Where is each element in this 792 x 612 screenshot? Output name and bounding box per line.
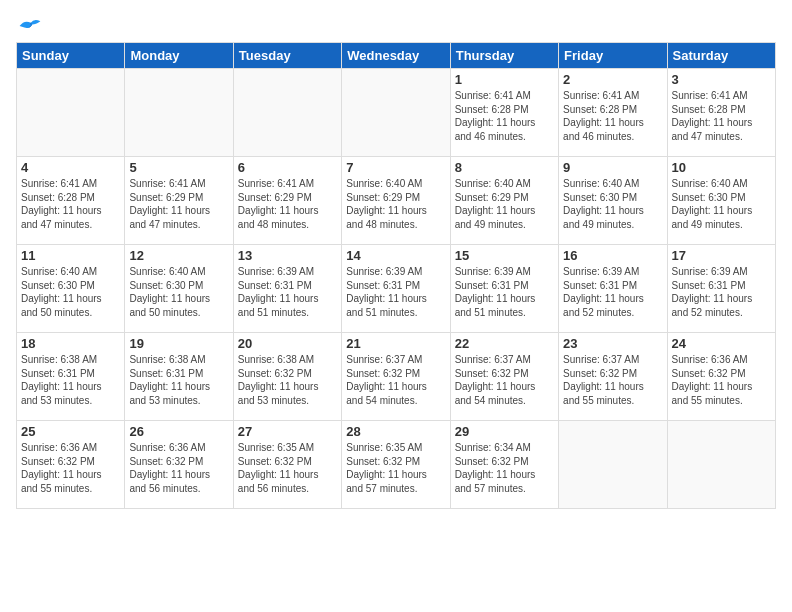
day-number: 3 xyxy=(672,72,771,87)
calendar-cell: 20Sunrise: 6:38 AMSunset: 6:32 PMDayligh… xyxy=(233,333,341,421)
col-header-friday: Friday xyxy=(559,43,667,69)
calendar-cell: 15Sunrise: 6:39 AMSunset: 6:31 PMDayligh… xyxy=(450,245,558,333)
header-row: SundayMondayTuesdayWednesdayThursdayFrid… xyxy=(17,43,776,69)
day-number: 14 xyxy=(346,248,445,263)
calendar-cell xyxy=(125,69,233,157)
cell-info: Sunrise: 6:35 AMSunset: 6:32 PMDaylight:… xyxy=(238,441,337,495)
week-row-2: 4Sunrise: 6:41 AMSunset: 6:28 PMDaylight… xyxy=(17,157,776,245)
calendar-cell: 11Sunrise: 6:40 AMSunset: 6:30 PMDayligh… xyxy=(17,245,125,333)
day-number: 12 xyxy=(129,248,228,263)
calendar-table: SundayMondayTuesdayWednesdayThursdayFrid… xyxy=(16,42,776,509)
week-row-4: 18Sunrise: 6:38 AMSunset: 6:31 PMDayligh… xyxy=(17,333,776,421)
header xyxy=(16,12,776,36)
logo-bird-icon xyxy=(18,16,42,36)
calendar-cell: 4Sunrise: 6:41 AMSunset: 6:28 PMDaylight… xyxy=(17,157,125,245)
col-header-thursday: Thursday xyxy=(450,43,558,69)
cell-info: Sunrise: 6:41 AMSunset: 6:28 PMDaylight:… xyxy=(21,177,120,231)
day-number: 17 xyxy=(672,248,771,263)
day-number: 18 xyxy=(21,336,120,351)
calendar-cell: 10Sunrise: 6:40 AMSunset: 6:30 PMDayligh… xyxy=(667,157,775,245)
day-number: 24 xyxy=(672,336,771,351)
calendar-cell: 12Sunrise: 6:40 AMSunset: 6:30 PMDayligh… xyxy=(125,245,233,333)
calendar-cell: 21Sunrise: 6:37 AMSunset: 6:32 PMDayligh… xyxy=(342,333,450,421)
calendar-cell: 27Sunrise: 6:35 AMSunset: 6:32 PMDayligh… xyxy=(233,421,341,509)
col-header-wednesday: Wednesday xyxy=(342,43,450,69)
cell-info: Sunrise: 6:36 AMSunset: 6:32 PMDaylight:… xyxy=(672,353,771,407)
day-number: 22 xyxy=(455,336,554,351)
calendar-cell: 6Sunrise: 6:41 AMSunset: 6:29 PMDaylight… xyxy=(233,157,341,245)
calendar-cell xyxy=(342,69,450,157)
cell-info: Sunrise: 6:40 AMSunset: 6:29 PMDaylight:… xyxy=(455,177,554,231)
cell-info: Sunrise: 6:39 AMSunset: 6:31 PMDaylight:… xyxy=(346,265,445,319)
cell-info: Sunrise: 6:39 AMSunset: 6:31 PMDaylight:… xyxy=(238,265,337,319)
cell-info: Sunrise: 6:36 AMSunset: 6:32 PMDaylight:… xyxy=(21,441,120,495)
calendar-cell xyxy=(667,421,775,509)
cell-info: Sunrise: 6:41 AMSunset: 6:29 PMDaylight:… xyxy=(129,177,228,231)
calendar-cell: 8Sunrise: 6:40 AMSunset: 6:29 PMDaylight… xyxy=(450,157,558,245)
week-row-5: 25Sunrise: 6:36 AMSunset: 6:32 PMDayligh… xyxy=(17,421,776,509)
cell-info: Sunrise: 6:39 AMSunset: 6:31 PMDaylight:… xyxy=(455,265,554,319)
week-row-1: 1Sunrise: 6:41 AMSunset: 6:28 PMDaylight… xyxy=(17,69,776,157)
cell-info: Sunrise: 6:36 AMSunset: 6:32 PMDaylight:… xyxy=(129,441,228,495)
calendar-cell: 5Sunrise: 6:41 AMSunset: 6:29 PMDaylight… xyxy=(125,157,233,245)
day-number: 2 xyxy=(563,72,662,87)
day-number: 1 xyxy=(455,72,554,87)
day-number: 26 xyxy=(129,424,228,439)
day-number: 9 xyxy=(563,160,662,175)
calendar-cell: 16Sunrise: 6:39 AMSunset: 6:31 PMDayligh… xyxy=(559,245,667,333)
cell-info: Sunrise: 6:39 AMSunset: 6:31 PMDaylight:… xyxy=(563,265,662,319)
day-number: 7 xyxy=(346,160,445,175)
col-header-tuesday: Tuesday xyxy=(233,43,341,69)
cell-info: Sunrise: 6:40 AMSunset: 6:30 PMDaylight:… xyxy=(21,265,120,319)
calendar-cell: 2Sunrise: 6:41 AMSunset: 6:28 PMDaylight… xyxy=(559,69,667,157)
day-number: 10 xyxy=(672,160,771,175)
calendar-cell: 19Sunrise: 6:38 AMSunset: 6:31 PMDayligh… xyxy=(125,333,233,421)
cell-info: Sunrise: 6:39 AMSunset: 6:31 PMDaylight:… xyxy=(672,265,771,319)
day-number: 23 xyxy=(563,336,662,351)
calendar-cell: 25Sunrise: 6:36 AMSunset: 6:32 PMDayligh… xyxy=(17,421,125,509)
day-number: 13 xyxy=(238,248,337,263)
day-number: 11 xyxy=(21,248,120,263)
calendar-cell: 9Sunrise: 6:40 AMSunset: 6:30 PMDaylight… xyxy=(559,157,667,245)
cell-info: Sunrise: 6:35 AMSunset: 6:32 PMDaylight:… xyxy=(346,441,445,495)
col-header-sunday: Sunday xyxy=(17,43,125,69)
calendar-cell xyxy=(17,69,125,157)
cell-info: Sunrise: 6:41 AMSunset: 6:28 PMDaylight:… xyxy=(455,89,554,143)
cell-info: Sunrise: 6:37 AMSunset: 6:32 PMDaylight:… xyxy=(346,353,445,407)
day-number: 5 xyxy=(129,160,228,175)
day-number: 4 xyxy=(21,160,120,175)
cell-info: Sunrise: 6:41 AMSunset: 6:29 PMDaylight:… xyxy=(238,177,337,231)
calendar-cell: 26Sunrise: 6:36 AMSunset: 6:32 PMDayligh… xyxy=(125,421,233,509)
logo xyxy=(16,16,42,36)
calendar-cell: 3Sunrise: 6:41 AMSunset: 6:28 PMDaylight… xyxy=(667,69,775,157)
page: SundayMondayTuesdayWednesdayThursdayFrid… xyxy=(0,0,792,612)
calendar-cell: 22Sunrise: 6:37 AMSunset: 6:32 PMDayligh… xyxy=(450,333,558,421)
cell-info: Sunrise: 6:40 AMSunset: 6:30 PMDaylight:… xyxy=(672,177,771,231)
calendar-cell: 24Sunrise: 6:36 AMSunset: 6:32 PMDayligh… xyxy=(667,333,775,421)
cell-info: Sunrise: 6:41 AMSunset: 6:28 PMDaylight:… xyxy=(672,89,771,143)
calendar-cell: 17Sunrise: 6:39 AMSunset: 6:31 PMDayligh… xyxy=(667,245,775,333)
calendar-cell xyxy=(233,69,341,157)
calendar-cell: 7Sunrise: 6:40 AMSunset: 6:29 PMDaylight… xyxy=(342,157,450,245)
calendar-cell xyxy=(559,421,667,509)
cell-info: Sunrise: 6:38 AMSunset: 6:32 PMDaylight:… xyxy=(238,353,337,407)
day-number: 21 xyxy=(346,336,445,351)
cell-info: Sunrise: 6:37 AMSunset: 6:32 PMDaylight:… xyxy=(563,353,662,407)
calendar-cell: 18Sunrise: 6:38 AMSunset: 6:31 PMDayligh… xyxy=(17,333,125,421)
day-number: 6 xyxy=(238,160,337,175)
cell-info: Sunrise: 6:37 AMSunset: 6:32 PMDaylight:… xyxy=(455,353,554,407)
cell-info: Sunrise: 6:38 AMSunset: 6:31 PMDaylight:… xyxy=(129,353,228,407)
cell-info: Sunrise: 6:40 AMSunset: 6:30 PMDaylight:… xyxy=(563,177,662,231)
calendar-cell: 23Sunrise: 6:37 AMSunset: 6:32 PMDayligh… xyxy=(559,333,667,421)
calendar-cell: 28Sunrise: 6:35 AMSunset: 6:32 PMDayligh… xyxy=(342,421,450,509)
col-header-monday: Monday xyxy=(125,43,233,69)
day-number: 28 xyxy=(346,424,445,439)
cell-info: Sunrise: 6:40 AMSunset: 6:29 PMDaylight:… xyxy=(346,177,445,231)
cell-info: Sunrise: 6:40 AMSunset: 6:30 PMDaylight:… xyxy=(129,265,228,319)
day-number: 19 xyxy=(129,336,228,351)
day-number: 27 xyxy=(238,424,337,439)
cell-info: Sunrise: 6:41 AMSunset: 6:28 PMDaylight:… xyxy=(563,89,662,143)
calendar-cell: 13Sunrise: 6:39 AMSunset: 6:31 PMDayligh… xyxy=(233,245,341,333)
day-number: 15 xyxy=(455,248,554,263)
calendar-cell: 1Sunrise: 6:41 AMSunset: 6:28 PMDaylight… xyxy=(450,69,558,157)
